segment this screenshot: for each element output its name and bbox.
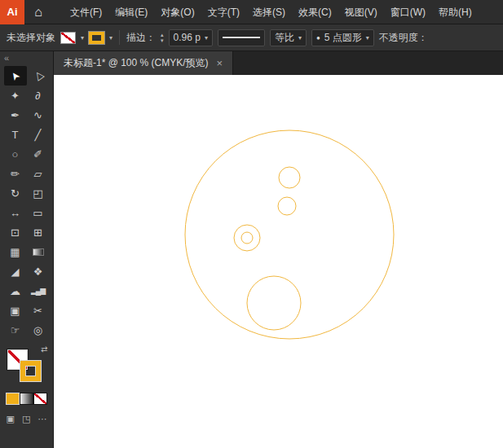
- artboard-canvas[interactable]: [54, 75, 503, 448]
- free-transform-tool[interactable]: ▭: [27, 203, 50, 222]
- stroke-weight-value: 0.96 p: [174, 32, 201, 43]
- circle-shape[interactable]: [278, 197, 296, 215]
- menu-object[interactable]: 对象(O): [154, 0, 201, 24]
- menu-type[interactable]: 文字(T): [201, 0, 246, 24]
- stroke-proxy-yellow[interactable]: [20, 361, 41, 381]
- stroke-label: 描边：: [126, 31, 156, 45]
- rotate-tool[interactable]: ↻: [4, 183, 27, 203]
- menu-help[interactable]: 帮助(H): [432, 0, 479, 24]
- tools-grid: ➤ ▷ ✦ ∂ ✒ ∿ T ╱ ○ ✐ ✏ ▱ ↻ ◰ ↔ ▭ ⊡ ⊞ ▦ ◢ …: [0, 66, 53, 340]
- circle-shape[interactable]: [234, 225, 260, 251]
- hand-tool[interactable]: ☞: [4, 320, 27, 340]
- home-icon[interactable]: ⌂: [24, 0, 52, 24]
- stroke-weight-stepper[interactable]: ▴ ▾: [161, 32, 164, 43]
- stepper-up-icon[interactable]: ▴: [161, 32, 164, 37]
- stroke-style-line-icon: [223, 37, 260, 38]
- column-graph-tool[interactable]: ▂▄▆: [27, 281, 50, 301]
- mesh-tool[interactable]: ▦: [4, 242, 27, 261]
- color-button[interactable]: [7, 393, 19, 404]
- stroke-style-dropdown[interactable]: [218, 29, 265, 46]
- brush-dropdown[interactable]: ● 5 点圆形 ▾: [311, 29, 374, 46]
- stroke-chevron-icon[interactable]: ▾: [109, 34, 113, 42]
- stroke-weight-field[interactable]: 0.96 p ▾: [169, 29, 213, 46]
- curvature-tool[interactable]: ∿: [27, 105, 50, 125]
- menu-effect[interactable]: 效果(C): [292, 0, 338, 24]
- stepper-down-icon[interactable]: ▾: [161, 37, 164, 43]
- selection-tool-icon: ➤: [7, 68, 23, 83]
- weight-chevron-icon[interactable]: ▾: [205, 34, 208, 42]
- circle-shape[interactable]: [241, 232, 253, 244]
- gradient-button[interactable]: [20, 393, 33, 404]
- fill-none-swatch[interactable]: [60, 32, 76, 44]
- app-logo[interactable]: Ai: [0, 0, 24, 24]
- brush-value: 5 点圆形: [324, 31, 362, 45]
- width-tool[interactable]: ↔: [4, 203, 27, 222]
- gradient-tool[interactable]: [27, 242, 50, 261]
- panel-collapse-icon[interactable]: «: [0, 51, 53, 66]
- swap-fill-stroke-icon[interactable]: ⇄: [41, 345, 47, 354]
- blend-tool[interactable]: ❖: [27, 261, 50, 281]
- draw-mode-icon[interactable]: ▣: [7, 414, 15, 424]
- circle-shape[interactable]: [185, 130, 394, 339]
- menu-window[interactable]: 窗口(W): [384, 0, 432, 24]
- tools-panel: « ➤ ▷ ✦ ∂ ✒ ∿ T ╱ ○ ✐ ✏ ▱ ↻ ◰ ↔ ▭ ⊡ ⊞ ▦ …: [0, 51, 54, 448]
- perspective-grid-tool[interactable]: ⊞: [27, 222, 50, 242]
- circle-shape[interactable]: [279, 167, 300, 188]
- circle-shape[interactable]: [247, 276, 301, 330]
- selection-status: 未选择对象: [7, 31, 55, 45]
- type-tool[interactable]: T: [4, 125, 27, 144]
- artboard-tool[interactable]: ▣: [4, 301, 27, 320]
- fill-chevron-icon[interactable]: ▾: [81, 34, 84, 42]
- pen-tool[interactable]: ✒: [4, 105, 27, 125]
- document-column: 未标题-1* @ 100 % (CMYK/预览) ×: [54, 51, 503, 448]
- ellipse-tool[interactable]: ○: [4, 144, 27, 164]
- document-tab[interactable]: 未标题-1* @ 100 % (CMYK/预览) ×: [54, 51, 233, 75]
- shape-builder-tool[interactable]: ⊡: [4, 222, 27, 242]
- opacity-label: 不透明度：: [379, 31, 428, 45]
- menu-select[interactable]: 选择(S): [246, 0, 292, 24]
- magic-wand-tool[interactable]: ✦: [4, 86, 27, 105]
- brush-preview-icon: ●: [316, 34, 320, 42]
- width-profile-value: 等比: [275, 31, 294, 45]
- menu-file[interactable]: 文件(F): [64, 0, 108, 24]
- paintbrush-tool[interactable]: ✐: [27, 144, 50, 164]
- stroke-color-swatch[interactable]: [89, 32, 104, 44]
- none-button[interactable]: [34, 393, 46, 404]
- profile-chevron-icon[interactable]: ▾: [298, 34, 302, 42]
- menu-view[interactable]: 视图(V): [338, 0, 384, 24]
- gradient-tool-icon: [33, 248, 44, 256]
- brush-chevron-icon[interactable]: ▾: [366, 34, 369, 42]
- selection-tool[interactable]: ➤: [4, 66, 27, 86]
- screen-mode-icon[interactable]: ◳: [22, 414, 30, 424]
- zoom-tool[interactable]: ◎: [27, 320, 50, 340]
- line-segment-tool[interactable]: ╱: [27, 125, 50, 144]
- scale-tool[interactable]: ◰: [27, 183, 50, 203]
- tab-close-icon[interactable]: ×: [217, 57, 223, 69]
- fill-stroke-proxy: ⇄: [6, 346, 48, 385]
- tab-bar: 未标题-1* @ 100 % (CMYK/预览) ×: [54, 51, 503, 75]
- direct-selection-tool[interactable]: ▷: [27, 66, 50, 86]
- menu-items: 文件(F) 编辑(E) 对象(O) 文字(T) 选择(S) 效果(C) 视图(V…: [64, 0, 479, 24]
- workspace: « ➤ ▷ ✦ ∂ ✒ ∿ T ╱ ○ ✐ ✏ ▱ ↻ ◰ ↔ ▭ ⊡ ⊞ ▦ …: [0, 51, 503, 448]
- direct-selection-tool-icon: ▷: [30, 69, 45, 83]
- symbol-sprayer-tool[interactable]: ☁: [4, 281, 27, 301]
- eyedropper-tool[interactable]: ◢: [4, 261, 27, 281]
- document-tab-title: 未标题-1* @ 100 % (CMYK/预览): [64, 56, 209, 70]
- lasso-tool[interactable]: ∂: [27, 86, 50, 105]
- separator: [119, 30, 120, 45]
- more-icon[interactable]: ⋯: [38, 414, 46, 424]
- width-profile-dropdown[interactable]: 等比 ▾: [270, 29, 307, 46]
- eraser-tool[interactable]: ▱: [27, 164, 50, 183]
- control-bar: 未选择对象 ▾ ▾ 描边： ▴ ▾ 0.96 p ▾ 等比 ▾ ● 5 点圆形 …: [0, 24, 503, 51]
- menu-bar: Ai ⌂ 文件(F) 编辑(E) 对象(O) 文字(T) 选择(S) 效果(C)…: [0, 0, 503, 24]
- color-mode-buttons: [0, 393, 53, 404]
- slice-tool[interactable]: ✂: [27, 301, 50, 320]
- pencil-tool[interactable]: ✏: [4, 164, 27, 183]
- bottom-mode-icons: ▣ ◳ ⋯: [0, 414, 53, 424]
- menu-edit[interactable]: 编辑(E): [108, 0, 154, 24]
- artwork-svg: [54, 75, 503, 448]
